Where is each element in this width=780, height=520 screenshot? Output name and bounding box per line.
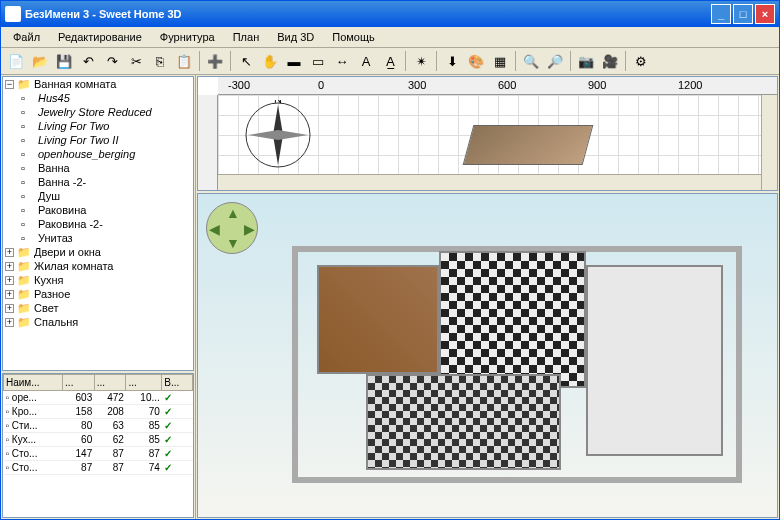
- table-row[interactable]: ▫ Кух...606285✓: [4, 433, 193, 447]
- tree-root[interactable]: −📁Ванная комната: [3, 77, 193, 91]
- minimize-button[interactable]: _: [711, 4, 731, 24]
- new-icon[interactable]: 📄: [5, 50, 27, 72]
- redo-icon[interactable]: ↷: [101, 50, 123, 72]
- close-button[interactable]: ×: [755, 4, 775, 24]
- titlebar[interactable]: БезИмени 3 - Sweet Home 3D _ □ ×: [1, 1, 779, 27]
- tree-item-label[interactable]: Living For Two II: [38, 134, 119, 146]
- menu-план[interactable]: План: [225, 29, 268, 45]
- table-row[interactable]: ▫ Сто...878774✓: [4, 461, 193, 475]
- menu-файл[interactable]: Файл: [5, 29, 48, 45]
- expand-icon[interactable]: +: [5, 304, 14, 313]
- collapse-icon[interactable]: −: [5, 80, 14, 89]
- cut-icon[interactable]: ✂: [125, 50, 147, 72]
- tree-item[interactable]: ▫Jewelry Store Reduced: [19, 105, 193, 119]
- floor-3d-render[interactable]: [268, 224, 757, 497]
- nav-control[interactable]: ▲ ▼ ◀ ▶: [206, 202, 258, 254]
- tree-item[interactable]: ▫Раковина -2-: [19, 217, 193, 231]
- room-kitchen[interactable]: [439, 251, 586, 388]
- tree-item[interactable]: ▫Душ: [19, 189, 193, 203]
- plan-scrollbar-vertical[interactable]: [761, 95, 777, 190]
- furniture-tree[interactable]: −📁Ванная комната▫Hus45▫Jewelry Store Red…: [2, 76, 194, 371]
- label-icon[interactable]: A̲: [379, 50, 401, 72]
- expand-icon[interactable]: +: [5, 276, 14, 285]
- table-row[interactable]: ▫ Кро...15820870✓: [4, 405, 193, 419]
- tree-category[interactable]: +📁Разное: [3, 287, 193, 301]
- expand-icon[interactable]: +: [5, 248, 14, 257]
- zoom-in-icon[interactable]: 🔍: [520, 50, 542, 72]
- nav-right-icon[interactable]: ▶: [244, 221, 255, 237]
- prefs-icon[interactable]: ⚙: [630, 50, 652, 72]
- table-row[interactable]: ▫ Сти...806385✓: [4, 419, 193, 433]
- tree-category[interactable]: +📁Кухня: [3, 273, 193, 287]
- select-icon[interactable]: ↖: [235, 50, 257, 72]
- room-bath[interactable]: [366, 374, 562, 470]
- column-header[interactable]: ...: [94, 375, 126, 391]
- video-icon[interactable]: 🎥: [599, 50, 621, 72]
- photo-icon[interactable]: 📷: [575, 50, 597, 72]
- tree-item[interactable]: ▫Living For Two II: [19, 133, 193, 147]
- tree-root-label[interactable]: Ванная комната: [34, 78, 116, 90]
- tree-category[interactable]: +📁Спальня: [3, 315, 193, 329]
- tree-item-label[interactable]: Раковина: [38, 204, 86, 216]
- expand-icon[interactable]: +: [5, 262, 14, 271]
- tree-item[interactable]: ▫Ванна: [19, 161, 193, 175]
- column-header[interactable]: ...: [126, 375, 162, 391]
- nav-down-icon[interactable]: ▼: [226, 235, 240, 251]
- nav-up-icon[interactable]: ▲: [226, 205, 240, 221]
- menu-помощь[interactable]: Помощь: [324, 29, 383, 45]
- paste-icon[interactable]: 📋: [173, 50, 195, 72]
- furniture-table[interactable]: Наим............В... ▫ ope...60347210...…: [2, 373, 194, 518]
- tree-category-label[interactable]: Жилая комната: [34, 260, 113, 272]
- menu-редактирование[interactable]: Редактирование: [50, 29, 150, 45]
- nav-left-icon[interactable]: ◀: [209, 221, 220, 237]
- tree-item[interactable]: ▫Hus45: [19, 91, 193, 105]
- plan-model-preview[interactable]: [463, 125, 594, 165]
- cell-visible[interactable]: ✓: [162, 447, 193, 461]
- tree-item[interactable]: ▫Унитаз: [19, 231, 193, 245]
- expand-icon[interactable]: +: [5, 290, 14, 299]
- dimension-icon[interactable]: ↔: [331, 50, 353, 72]
- maximize-button[interactable]: □: [733, 4, 753, 24]
- tree-item-label[interactable]: Раковина -2-: [38, 218, 103, 230]
- tree-category-label[interactable]: Разное: [34, 288, 70, 300]
- cell-visible[interactable]: ✓: [162, 405, 193, 419]
- expand-icon[interactable]: +: [5, 318, 14, 327]
- texture-icon[interactable]: ▦: [489, 50, 511, 72]
- column-header[interactable]: Наим...: [4, 375, 63, 391]
- wall-icon[interactable]: ▬: [283, 50, 305, 72]
- add-furniture-icon[interactable]: ➕: [204, 50, 226, 72]
- tree-category[interactable]: +📁Свет: [3, 301, 193, 315]
- tree-category-label[interactable]: Кухня: [34, 274, 63, 286]
- room-icon[interactable]: ▭: [307, 50, 329, 72]
- plan-scrollbar-horizontal[interactable]: [218, 174, 761, 190]
- save-icon[interactable]: 💾: [53, 50, 75, 72]
- tree-category-label[interactable]: Двери и окна: [34, 246, 101, 258]
- copy-icon[interactable]: ⎘: [149, 50, 171, 72]
- tree-item[interactable]: ▫Раковина: [19, 203, 193, 217]
- tree-category[interactable]: +📁Двери и окна: [3, 245, 193, 259]
- table-row[interactable]: ▫ Сто...1478787✓: [4, 447, 193, 461]
- tree-item-label[interactable]: Jewelry Store Reduced: [38, 106, 152, 118]
- tree-item-label[interactable]: Душ: [38, 190, 60, 202]
- table-row[interactable]: ▫ ope...60347210...✓: [4, 391, 193, 405]
- text-icon[interactable]: A: [355, 50, 377, 72]
- view-3d[interactable]: ▲ ▼ ◀ ▶: [197, 193, 778, 518]
- room-bedroom[interactable]: [317, 265, 439, 374]
- menu-вид 3d[interactable]: Вид 3D: [269, 29, 322, 45]
- cell-visible[interactable]: ✓: [162, 419, 193, 433]
- color-icon[interactable]: 🎨: [465, 50, 487, 72]
- tree-item[interactable]: ▫Living For Two: [19, 119, 193, 133]
- tree-category-label[interactable]: Спальня: [34, 316, 78, 328]
- column-header[interactable]: В...: [162, 375, 193, 391]
- import-icon[interactable]: ⬇: [441, 50, 463, 72]
- column-header[interactable]: ...: [63, 375, 95, 391]
- tree-item-label[interactable]: Hus45: [38, 92, 70, 104]
- cell-visible[interactable]: ✓: [162, 433, 193, 447]
- cell-visible[interactable]: ✓: [162, 391, 193, 405]
- tree-item-label[interactable]: openhouse_berging: [38, 148, 135, 160]
- tree-category-label[interactable]: Свет: [34, 302, 58, 314]
- tree-category[interactable]: +📁Жилая комната: [3, 259, 193, 273]
- open-icon[interactable]: 📂: [29, 50, 51, 72]
- tree-item[interactable]: ▫openhouse_berging: [19, 147, 193, 161]
- tree-item-label[interactable]: Ванна: [38, 162, 70, 174]
